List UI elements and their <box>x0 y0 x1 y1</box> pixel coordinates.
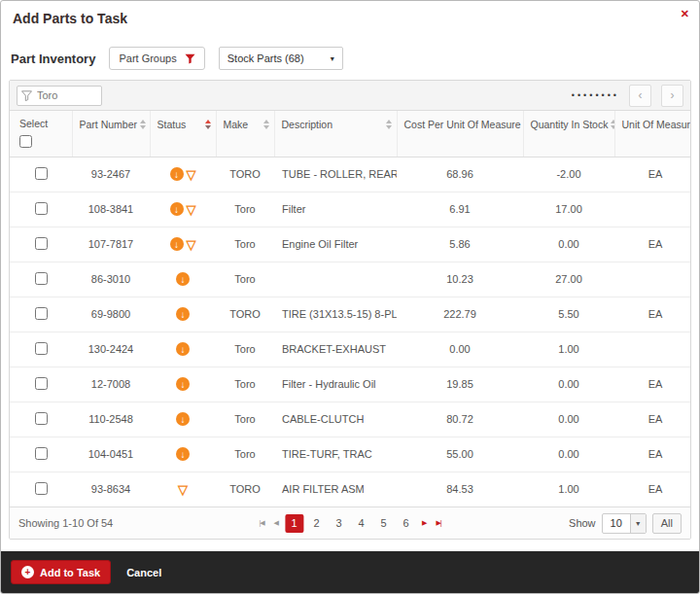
description-cell <box>274 262 397 297</box>
row-checkbox[interactable] <box>35 307 48 320</box>
show-label: Show <box>569 517 596 529</box>
table-row: 130-2424↓ToroBRACKET-EXHAUST0.001.00 <box>10 332 691 367</box>
warning-triangle-icon: ▽ <box>178 482 188 497</box>
make-cell: Toro <box>216 367 274 402</box>
sort-icon <box>263 120 269 129</box>
row-checkbox[interactable] <box>35 167 48 180</box>
description-cell: AIR FILTER ASM <box>274 472 397 507</box>
quantity-cell: -2.00 <box>523 157 614 192</box>
down-arrow-circle-icon: ↓ <box>176 412 190 426</box>
make-cell: Toro <box>216 332 274 367</box>
page-button-3[interactable]: 3 <box>330 514 348 533</box>
parts-grid: •••••••• ‹ › Select Part Number Status <box>9 80 691 540</box>
part-number-cell: 107-7817 <box>72 227 150 262</box>
select-all-checkbox[interactable] <box>19 135 32 148</box>
filter-funnel-icon <box>21 90 32 101</box>
column-header-description[interactable]: Description <box>274 111 397 157</box>
column-header-quantity[interactable]: Quantity In Stock <box>523 111 614 157</box>
row-checkbox[interactable] <box>35 412 48 425</box>
warning-triangle-icon: ▽ <box>187 202 196 217</box>
row-checkbox[interactable] <box>35 202 48 215</box>
table-row: 107-7817↓▽ToroEngine Oil Filter5.860.00E… <box>10 227 691 262</box>
grid-toolbar: •••••••• ‹ › <box>10 81 690 111</box>
description-cell: Filter <box>274 192 397 227</box>
select-header-label: Select <box>19 118 72 129</box>
next-page-button[interactable]: ▶ <box>419 516 429 530</box>
row-checkbox[interactable] <box>35 237 48 250</box>
cost-cell: 84.53 <box>397 472 523 507</box>
cost-cell: 68.96 <box>397 157 523 192</box>
description-cell: TUBE - ROLLER, REAR <box>274 157 397 192</box>
page-button-2[interactable]: 2 <box>307 514 326 533</box>
make-cell: Toro <box>216 192 274 227</box>
first-page-button[interactable]: |◀ <box>256 516 266 530</box>
last-page-button[interactable]: ▶| <box>433 516 443 530</box>
part-number-cell: 93-8634 <box>72 472 150 507</box>
columns-next-button[interactable]: › <box>661 85 683 107</box>
row-checkbox[interactable] <box>35 377 48 390</box>
page-button-4[interactable]: 4 <box>352 514 370 533</box>
stock-parts-dropdown[interactable]: Stock Parts (68) ▾ <box>219 47 343 70</box>
modal-title: Add Parts to Task <box>13 11 127 26</box>
columns-prev-button[interactable]: ‹ <box>629 85 651 107</box>
column-pager-dots[interactable]: •••••••• <box>572 90 619 100</box>
part-number-cell: 108-3841 <box>72 192 150 227</box>
cancel-button[interactable]: Cancel <box>126 567 161 578</box>
select-cell <box>10 297 72 332</box>
quantity-cell: 5.50 <box>523 297 614 332</box>
prev-page-button[interactable]: ◀ <box>271 516 281 530</box>
row-checkbox[interactable] <box>35 342 48 355</box>
page-button-1[interactable]: 1 <box>285 514 303 533</box>
column-header-uom[interactable]: Unit Of Measure <box>614 111 691 157</box>
status-cell: ↓ <box>150 297 216 332</box>
page-size-dropdown[interactable]: 10 ▼ <box>602 513 647 534</box>
column-header-select: Select <box>10 111 72 157</box>
column-header-part-number[interactable]: Part Number <box>72 111 150 157</box>
column-header-status[interactable]: Status <box>150 111 216 157</box>
close-icon[interactable]: ✕ <box>681 8 689 20</box>
table-row: 108-3841↓▽ToroFilter6.9117.00 <box>10 192 691 227</box>
uom-cell <box>614 332 691 367</box>
description-cell: CABLE-CLUTCH <box>274 402 397 437</box>
header-row: Select Part Number Status Make Descripti… <box>10 111 691 157</box>
description-cell: TIRE-TURF, TRAC <box>274 437 397 472</box>
down-arrow-circle-icon: ↓ <box>176 447 190 461</box>
sort-icon <box>611 120 613 129</box>
table-row: 93-8634▽TOROAIR FILTER ASM84.531.00EA <box>10 472 691 507</box>
page-button-6[interactable]: 6 <box>397 514 415 533</box>
table-row: 93-2467↓▽TOROTUBE - ROLLER, REAR68.96-2.… <box>10 157 691 192</box>
part-groups-button[interactable]: Part Groups <box>109 47 204 70</box>
pagination: |◀ ◀ 123456 ▶ ▶| <box>256 514 443 533</box>
add-to-task-button[interactable]: + Add to Task <box>11 560 111 584</box>
part-number-cell: 93-2467 <box>72 157 150 192</box>
column-header-make[interactable]: Make <box>216 111 274 157</box>
quantity-cell: 17.00 <box>523 192 614 227</box>
sort-icon <box>140 120 146 129</box>
row-checkbox[interactable] <box>35 482 48 495</box>
all-button[interactable]: All <box>652 513 682 534</box>
part-number-cell: 69-9800 <box>72 297 150 332</box>
cost-cell: 5.86 <box>397 227 523 262</box>
search-box <box>17 86 102 106</box>
uom-cell: EA <box>614 437 691 472</box>
cost-cell: 10.23 <box>397 262 523 297</box>
table-row: 69-9800↓TOROTIRE (31X13.5-15) 8-PLY222.7… <box>10 297 691 332</box>
select-cell <box>10 192 72 227</box>
column-header-cost[interactable]: Cost Per Unit Of Measure <box>397 111 523 157</box>
row-checkbox[interactable] <box>35 272 48 285</box>
page-size-value: 10 <box>603 514 630 533</box>
status-cell: ↓▽ <box>150 192 216 227</box>
cost-cell: 0.00 <box>397 332 523 367</box>
part-number-cell: 130-2424 <box>72 332 150 367</box>
status-cell: ↓▽ <box>150 227 216 262</box>
select-cell <box>10 262 72 297</box>
stock-parts-label: Stock Parts (68) <box>228 52 304 64</box>
warning-triangle-icon: ▽ <box>187 167 196 182</box>
quantity-cell: 1.00 <box>523 332 614 367</box>
page-button-5[interactable]: 5 <box>374 514 393 533</box>
status-cell: ↓ <box>150 402 216 437</box>
table-row: 104-0451↓ToroTIRE-TURF, TRAC55.000.00EA <box>10 437 691 472</box>
filter-funnel-icon <box>185 53 195 64</box>
row-checkbox[interactable] <box>35 447 48 460</box>
part-number-cell: 86-3010 <box>72 262 150 297</box>
